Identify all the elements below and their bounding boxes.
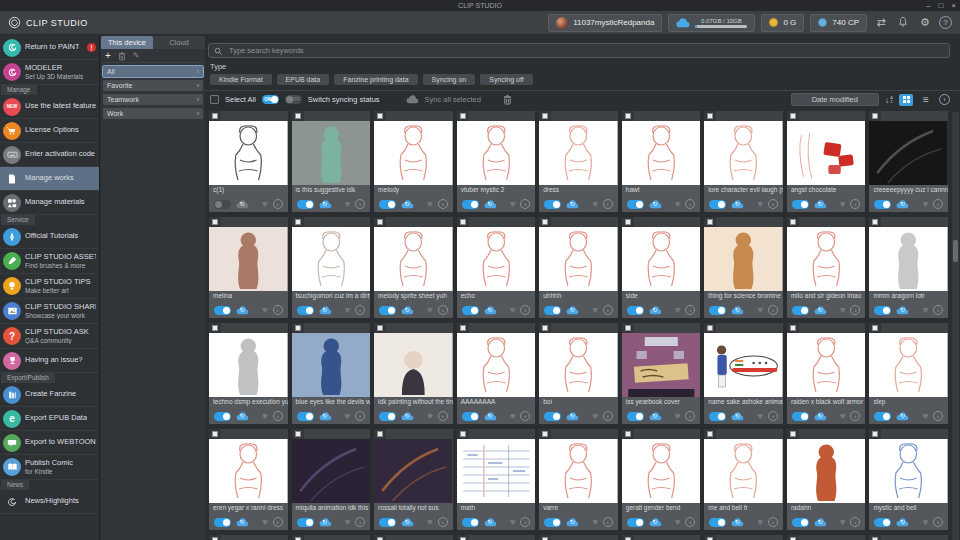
open-work-button[interactable]: › (850, 305, 860, 315)
favorite-icon[interactable]: ♥ (758, 200, 763, 209)
vertical-scrollbar[interactable] (952, 112, 959, 540)
work-card-partial[interactable] (209, 535, 288, 540)
sync-toggle[interactable] (627, 306, 644, 315)
favorite-icon[interactable]: ♥ (923, 200, 928, 209)
delete-folder-button[interactable] (118, 51, 126, 61)
work-card[interactable]: mystic and bell ↻ ♥ › (869, 429, 948, 530)
work-card[interactable]: slep ↻ ♥ › (869, 323, 948, 424)
sidebar-item-enter-activation-code[interactable]: Enter activation code (0, 143, 99, 167)
folder-all[interactable]: All › (103, 66, 203, 77)
list-view-button[interactable]: ≡ (919, 94, 933, 106)
work-checkbox[interactable] (212, 325, 218, 331)
favorite-icon[interactable]: ♥ (675, 518, 680, 527)
favorite-icon[interactable]: ♥ (840, 306, 845, 315)
work-card[interactable]: thing for science bromine ↻ ♥ › (704, 217, 783, 318)
sync-toggle[interactable] (462, 518, 479, 527)
favorite-icon[interactable]: ♥ (262, 518, 267, 527)
sync-toggle[interactable] (792, 518, 809, 527)
work-card[interactable]: melody ↻ ♥ › (374, 111, 453, 212)
cloud-sync-icon[interactable]: ↻ (731, 306, 744, 315)
select-all-checkbox[interactable] (210, 95, 219, 104)
sidebar-item-publish-comic[interactable]: Publish Comicfor Kindle (0, 455, 99, 480)
folder-teamwork[interactable]: Teamwork › (103, 94, 203, 105)
open-work-button[interactable]: › (355, 305, 365, 315)
work-checkbox[interactable] (707, 431, 713, 437)
sidebar-item-modeler[interactable]: MODELERSet Up 3D Materials (0, 60, 99, 85)
favorite-icon[interactable]: ♥ (592, 412, 597, 421)
work-card[interactable]: name sake ashoke animation pro ↻ ♥ › (704, 323, 783, 424)
work-checkbox[interactable] (872, 113, 878, 119)
sync-toggle[interactable] (544, 412, 561, 421)
work-checkbox[interactable] (790, 219, 796, 225)
open-work-button[interactable]: › (768, 305, 778, 315)
cloud-sync-icon[interactable]: ↻ (319, 200, 332, 209)
favorite-icon[interactable]: ♥ (427, 518, 432, 527)
favorite-icon[interactable]: ♥ (262, 200, 267, 209)
work-card[interactable]: lore character evil laugh (rossal ↻ ♥ › (704, 111, 783, 212)
sync-toggle[interactable] (214, 200, 231, 209)
open-work-button[interactable]: › (685, 517, 695, 527)
sync-toggle[interactable] (544, 306, 561, 315)
sidebar-item-create-fanzine[interactable]: Create Fanzine (0, 383, 99, 407)
cloud-sync-icon[interactable]: ↻ (236, 518, 249, 527)
work-checkbox[interactable] (377, 325, 383, 331)
cloud-sync-icon[interactable]: ↻ (401, 200, 414, 209)
work-card[interactable]: dress ↻ ♥ › (539, 111, 618, 212)
open-work-button[interactable]: › (520, 199, 530, 209)
work-checkbox[interactable] (625, 325, 631, 331)
open-work-button[interactable]: › (273, 305, 283, 315)
cloud-sync-icon[interactable]: ↻ (484, 518, 497, 527)
cloud-sync-icon[interactable]: ↻ (401, 518, 414, 527)
cloud-sync-icon[interactable]: ↻ (401, 306, 414, 315)
work-checkbox[interactable] (377, 431, 383, 437)
work-checkbox[interactable] (295, 219, 301, 225)
work-checkbox[interactable] (542, 113, 548, 119)
sync-toggle[interactable] (379, 412, 396, 421)
sync-toggle[interactable] (627, 518, 644, 527)
open-work-button[interactable]: › (685, 411, 695, 421)
sync-toggle[interactable] (544, 518, 561, 527)
cloud-sync-icon[interactable]: ↻ (731, 412, 744, 421)
sidebar-item-official-tutorials[interactable]: Official Tutorials (0, 225, 99, 249)
open-work-button[interactable]: › (685, 199, 695, 209)
favorite-icon[interactable]: ♥ (345, 200, 350, 209)
work-card[interactable]: echo ↻ ♥ › (457, 217, 536, 318)
favorite-icon[interactable]: ♥ (345, 306, 350, 315)
cloud-sync-icon[interactable]: ↻ (236, 412, 249, 421)
sync-toggle[interactable] (214, 412, 231, 421)
work-checkbox[interactable] (542, 219, 548, 225)
bell-icon[interactable] (895, 16, 911, 29)
favorite-icon[interactable]: ♥ (510, 412, 515, 421)
work-checkbox[interactable] (707, 113, 713, 119)
transfer-icon[interactable]: ⇄ (873, 16, 889, 29)
favorite-icon[interactable]: ♥ (675, 412, 680, 421)
cloud-sync-icon[interactable]: ↻ (649, 518, 662, 527)
cloud-sync-icon[interactable]: ↻ (649, 306, 662, 315)
work-card[interactable]: tsuchigomori cuz im a dirty fuck ↻ ♥ › (292, 217, 371, 318)
favorite-icon[interactable]: ♥ (840, 200, 845, 209)
work-checkbox[interactable] (790, 113, 796, 119)
work-checkbox[interactable] (460, 325, 466, 331)
favorite-icon[interactable]: ♥ (758, 412, 763, 421)
work-card[interactable]: rossali totally not sus ↻ ♥ › (374, 429, 453, 530)
work-card[interactable]: mmm aragorn lotr ↻ ♥ › (869, 217, 948, 318)
work-card-partial[interactable] (704, 535, 783, 540)
folder-work[interactable]: Work › (103, 108, 203, 119)
favorite-icon[interactable]: ♥ (510, 518, 515, 527)
gold-balance-button[interactable]: 0 G (761, 14, 804, 32)
cloud-sync-icon[interactable]: ↻ (814, 306, 827, 315)
open-work-button[interactable]: › (850, 411, 860, 421)
filter-chip-fanzine-printing-data[interactable]: Fanzine printing data (334, 74, 417, 85)
work-card[interactable]: uhhhh ↻ ♥ › (539, 217, 618, 318)
work-card-partial[interactable] (787, 535, 866, 540)
cloud-sync-icon[interactable]: ↻ (566, 200, 579, 209)
sync-toggle[interactable] (874, 306, 891, 315)
sync-toggle[interactable] (462, 306, 479, 315)
sync-toggle[interactable] (214, 306, 231, 315)
favorite-icon[interactable]: ♥ (758, 518, 763, 527)
favorite-icon[interactable]: ♥ (675, 200, 680, 209)
work-checkbox[interactable] (460, 113, 466, 119)
work-checkbox[interactable] (377, 219, 383, 225)
open-work-button[interactable]: › (520, 305, 530, 315)
folder-favorite[interactable]: Favorite › (103, 80, 203, 91)
